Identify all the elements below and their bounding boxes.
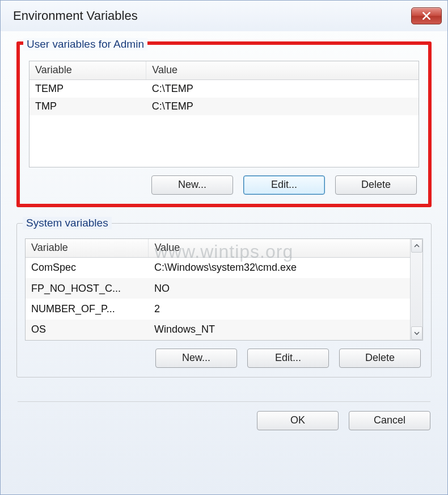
user-col-variable[interactable]: Variable [29,61,146,79]
table-row[interactable]: TEMP C:\TEMP [29,79,419,98]
sys-var-name: NUMBER_OF_P... [26,299,149,319]
sys-col-value[interactable]: Value [149,239,410,257]
user-var-name: TMP [29,98,146,115]
table-row[interactable]: OS Windows_NT [26,320,410,340]
sys-col-variable[interactable]: Variable [26,239,149,257]
divider [18,401,430,402]
close-icon [421,11,432,21]
sys-var-value: Windows_NT [149,320,410,340]
system-variables-table[interactable]: Variable Value ComSpec C:\Windows\system… [25,238,423,341]
close-button[interactable] [411,7,442,24]
user-var-value: C:\TEMP [146,98,419,115]
ok-button[interactable]: OK [257,411,339,430]
user-variables-buttons: New... Edit... Delete [29,174,419,196]
user-col-value[interactable]: Value [146,61,419,79]
titlebar: Environment Variables [1,1,447,31]
user-variables-highlight: User variables for Admin Variable Value … [16,41,432,207]
dialog-footer: OK Cancel [1,409,447,436]
sys-var-value: C:\Windows\system32\cmd.exe [149,257,410,278]
cancel-button[interactable]: Cancel [349,411,430,430]
vertical-scrollbar[interactable] [410,239,422,340]
user-delete-button[interactable]: Delete [335,175,417,195]
sys-new-button[interactable]: New... [155,349,237,368]
table-row[interactable]: FP_NO_HOST_C... NO [26,278,410,299]
user-var-value: C:\TEMP [146,79,419,98]
table-row[interactable]: NUMBER_OF_P... 2 [26,299,410,319]
chevron-up-icon [414,243,420,249]
user-edit-button[interactable]: Edit... [243,175,325,195]
sys-var-name: ComSpec [26,257,149,278]
environment-variables-dialog: Environment Variables User variables for… [0,0,448,495]
dialog-title: Environment Variables [13,9,138,23]
sys-var-name: FP_NO_HOST_C... [26,278,149,299]
system-variables-buttons: New... Edit... Delete [25,347,423,369]
system-variables-group: System variables Variable Value ComSpec … [16,223,432,377]
user-variables-group-title: User variables for Admin [23,38,147,51]
scroll-up-button[interactable] [411,239,422,253]
user-new-button[interactable]: New... [151,175,233,195]
sys-delete-button[interactable]: Delete [339,349,421,368]
sys-edit-button[interactable]: Edit... [247,349,329,368]
scroll-down-button[interactable] [411,326,422,340]
sys-var-value: 2 [149,299,410,319]
table-row[interactable]: ComSpec C:\Windows\system32\cmd.exe [26,257,410,278]
user-var-name: TEMP [29,79,146,98]
sys-var-value: NO [149,278,410,299]
table-row[interactable]: TMP C:\TEMP [29,98,419,115]
sys-var-name: OS [26,320,149,340]
chevron-down-icon [414,330,420,336]
user-variables-table[interactable]: Variable Value TEMP C:\TEMP TMP C:\TEMP [29,61,419,167]
dialog-content: User variables for Admin Variable Value … [1,31,447,391]
system-variables-group-title: System variables [23,217,112,229]
